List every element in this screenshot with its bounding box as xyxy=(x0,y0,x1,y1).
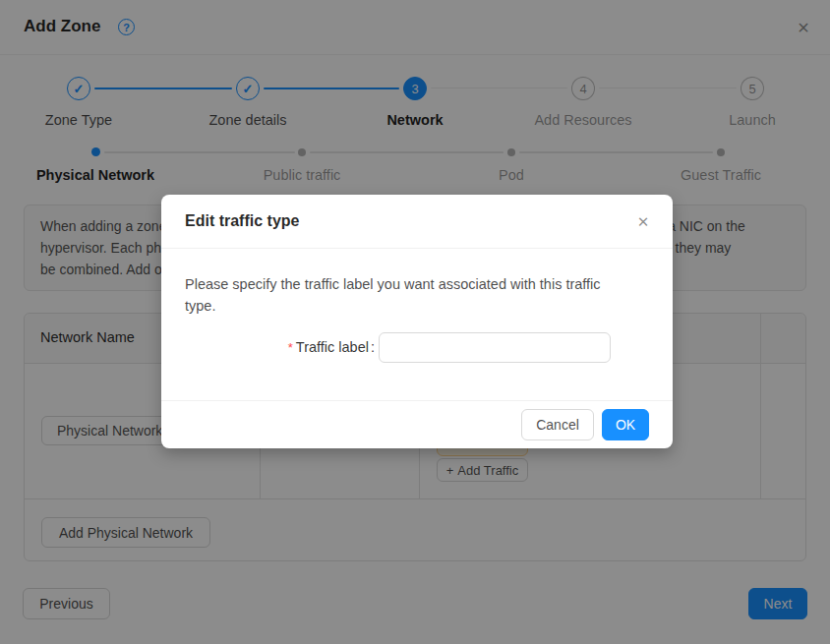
traffic-label-text: Traffic label xyxy=(296,339,369,355)
add-zone-wizard: Add Zone ? ✕ ✓ ✓ 3 4 5 Zone Type Zone de… xyxy=(0,0,830,644)
modal-title: Edit traffic type xyxy=(185,212,299,230)
label-colon: : xyxy=(371,339,375,355)
modal-footer-divider xyxy=(161,400,673,401)
edit-traffic-type-modal: Edit traffic type ✕ Please specify the t… xyxy=(161,195,673,448)
modal-header: Edit traffic type ✕ xyxy=(161,195,673,249)
traffic-label-form-label: *Traffic label: xyxy=(185,339,375,355)
cancel-button[interactable]: Cancel xyxy=(521,409,594,440)
modal-description: Please specify the traffic label you wan… xyxy=(185,273,649,317)
required-asterisk: * xyxy=(288,340,293,355)
ok-button[interactable]: OK xyxy=(602,409,649,440)
traffic-label-input[interactable] xyxy=(379,332,611,363)
modal-close-icon[interactable]: ✕ xyxy=(633,212,653,232)
